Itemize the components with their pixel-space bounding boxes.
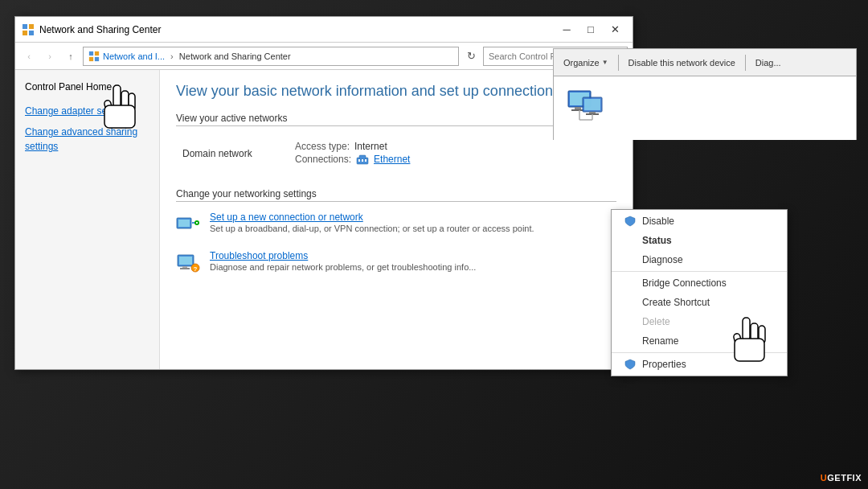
network-sharing-window: Network and Sharing Center ─ □ ✕ ‹ › ↑ N… [14, 16, 633, 370]
sidebar-advanced-settings[interactable]: Change advanced sharing settings [22, 123, 153, 155]
troubleshoot-link[interactable]: Troubleshoot problems [210, 250, 476, 261]
network-details: Access type: Internet Connections: [295, 141, 410, 166]
network-adapter-icon [567, 89, 605, 128]
network-info: Domain network Access type: Internet Con… [176, 134, 616, 172]
minimize-button[interactable]: ─ [555, 21, 578, 39]
ethernet-link[interactable]: Ethernet [374, 154, 410, 166]
context-properties-label: Properties [642, 359, 686, 370]
sidebar-adapter-settings[interactable]: Change adapter settings [22, 102, 153, 120]
context-diagnose-label: Diagnose [642, 254, 683, 265]
up-button[interactable]: ↑ [62, 47, 80, 65]
watermark-text: GETFIX [827, 473, 862, 483]
titlebar: Network and Sharing Center ─ □ ✕ [15, 17, 633, 43]
svg-rect-14 [359, 155, 366, 159]
svg-rect-4 [89, 51, 93, 55]
svg-rect-0 [23, 24, 27, 29]
context-menu-shortcut[interactable]: Create Shortcut [612, 293, 787, 312]
svg-rect-6 [89, 56, 93, 60]
watermark-u: U [821, 473, 827, 483]
svg-rect-3 [29, 31, 34, 35]
context-menu-diagnose[interactable]: Diagnose [612, 250, 787, 269]
context-bridge-label: Bridge Connections [642, 277, 727, 289]
context-menu-bridge[interactable]: Bridge Connections [612, 273, 787, 293]
troubleshoot-text: Troubleshoot problems Diagnose and repai… [210, 250, 476, 273]
svg-rect-25 [179, 257, 192, 265]
setup-icon [176, 212, 202, 237]
access-type-value: Internet [354, 141, 387, 152]
svg-rect-5 [95, 51, 99, 55]
diagnose-label: Diag... [755, 58, 781, 68]
window-body: Control Panel Home Change adapter settin… [15, 70, 633, 369]
organize-button[interactable]: Organize ▼ [559, 55, 613, 70]
ethernet-icon [356, 154, 369, 166]
breadcrumb-text: Network and I... › Network and Sharing C… [103, 51, 291, 61]
shield-icon-disable [624, 216, 636, 227]
breadcrumb-network[interactable]: Network and I... [103, 51, 165, 61]
breadcrumb[interactable]: Network and I... › Network and Sharing C… [83, 47, 459, 66]
toolbar-separator-2 [745, 55, 746, 71]
svg-rect-1 [29, 24, 34, 29]
context-disable-label: Disable [642, 216, 674, 227]
nc-icon-area [553, 76, 857, 140]
context-menu-delete: Delete [612, 312, 787, 331]
organize-dropdown-icon: ▼ [602, 59, 608, 66]
context-menu-rename[interactable]: Rename [612, 331, 787, 351]
network-name: Domain network [182, 148, 295, 159]
context-rename-label: Rename [642, 335, 678, 347]
watermark: UGETFIX [821, 473, 862, 483]
context-sep-1 [612, 271, 787, 272]
context-menu-properties[interactable]: Properties [612, 355, 787, 374]
troubleshoot-icon: ? [176, 250, 202, 276]
svg-rect-16 [362, 159, 363, 162]
svg-rect-7 [95, 56, 99, 60]
context-delete-label: Delete [642, 316, 670, 327]
svg-rect-17 [365, 159, 366, 162]
active-networks-header: View your active networks [176, 113, 616, 126]
context-menu: Disable Status Diagnose Bridge Connectio… [611, 209, 788, 376]
svg-rect-15 [358, 159, 360, 162]
change-settings-header: Change your networking settings [176, 188, 616, 202]
back-button[interactable]: ‹ [20, 47, 38, 65]
diagnose-button[interactable]: Diag... [751, 55, 786, 70]
sidebar: Control Panel Home Change adapter settin… [15, 70, 160, 369]
window-controls: ─ □ ✕ [555, 21, 626, 39]
connections-label: Connections: [295, 154, 351, 166]
context-status-label: Status [642, 235, 672, 246]
setup-connection-icon [176, 212, 202, 237]
context-shortcut-label: Create Shortcut [642, 297, 710, 308]
svg-text:?: ? [194, 265, 198, 273]
svg-rect-19 [178, 220, 190, 227]
setup-connection-link[interactable]: Set up a new connection or network [210, 212, 534, 223]
setup-connection-item: Set up a new connection or network Set u… [176, 212, 616, 237]
shield-icon-properties [624, 359, 636, 370]
refresh-button[interactable]: ↻ [462, 47, 480, 65]
troubleshoot-icon-svg: ? [176, 250, 202, 276]
svg-rect-35 [584, 99, 600, 110]
troubleshoot-item: ? Troubleshoot problems Diagnose and rep… [176, 250, 616, 276]
setup-connection-text: Set up a new connection or network Set u… [210, 212, 534, 235]
forward-button[interactable]: › [41, 47, 59, 65]
setup-connection-desc: Set up a broadband, dial-up, or VPN conn… [210, 224, 534, 233]
maximize-button[interactable]: □ [579, 21, 602, 39]
svg-rect-27 [180, 268, 190, 269]
sidebar-home[interactable]: Control Panel Home [22, 80, 153, 94]
page-title: View your basic network information and … [176, 83, 616, 100]
organize-label: Organize [563, 58, 600, 68]
access-type-label: Access type: [295, 141, 350, 152]
troubleshoot-desc: Diagnose and repair network problems, or… [210, 262, 476, 272]
close-button[interactable]: ✕ [604, 21, 626, 39]
connections-row: Connections: Ethernet [295, 154, 410, 166]
context-sep-2 [612, 352, 787, 353]
breadcrumb-current: Network and Sharing Center [179, 51, 291, 61]
addressbar: ‹ › ↑ Network and I... › Network and Sha… [15, 43, 633, 70]
window-title: Network and Sharing Center [39, 24, 555, 35]
breadcrumb-icon [88, 51, 100, 62]
toolbar-separator-1 [618, 55, 619, 71]
nc-toolbar: Organize ▼ Disable this network device D… [553, 48, 857, 76]
access-type-row: Access type: Internet [295, 141, 410, 152]
disable-label: Disable this network device [628, 58, 735, 68]
window-icon [22, 23, 35, 36]
context-menu-status[interactable]: Status [612, 231, 787, 250]
context-menu-disable[interactable]: Disable [612, 212, 787, 231]
disable-device-button[interactable]: Disable this network device [624, 55, 740, 70]
